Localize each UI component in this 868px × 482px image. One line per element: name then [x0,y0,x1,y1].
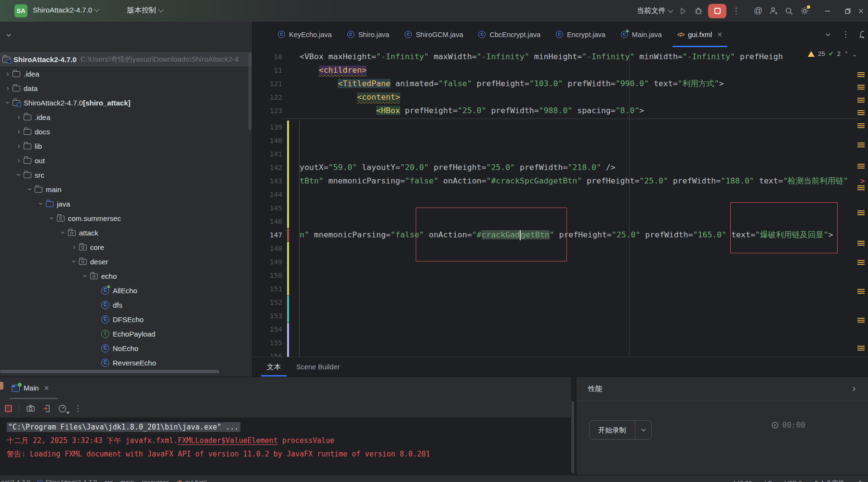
project-selector[interactable]: ShiroAttack2-4.7.0 [30,4,102,16]
tree-item-dfsecho[interactable]: CDFSEcho [0,312,252,326]
tree-chevron-icon[interactable]: › [81,271,90,281]
tree-item-com-summersec[interactable]: ›com.summersec [0,211,252,225]
tree-item-root[interactable]: ShiroAttack2-4.7.0C:\Users\奇怪的yasuo\Down… [0,52,252,66]
tree-item-docs[interactable]: ›docs [0,124,252,139]
code-line[interactable]: 155 [252,336,868,350]
code-line[interactable]: 153 [252,309,868,323]
tree-item-src[interactable]: ›src [0,168,252,182]
tree-item--idea[interactable]: ›.idea [0,110,252,124]
tree-item-noecho[interactable]: CNoEcho [0,341,252,355]
code-line[interactable]: 122 <content> [252,91,868,104]
code-line[interactable]: 121 <TitledPane animated="false" prefHei… [252,77,868,91]
tree-chevron-icon[interactable]: › [26,184,34,194]
editor-tab-cbcencrypt-java[interactable]: CCbcEncrypt.java [471,22,548,47]
code-area[interactable]: 10<VBox maxHeight="-Infinity" maxWidth="… [252,47,868,357]
caret-position[interactable]: 147:99 [733,480,752,482]
stop-button[interactable] [708,4,726,18]
tree-chevron-icon[interactable]: › [3,69,13,78]
tree-item-echo[interactable]: ›echo [0,269,252,283]
breadcrumb[interactable]: ack2-4.7.0›ShiroAttack2-4.7.0›src›main›r… [1,479,207,482]
prev-issue-icon[interactable]: ⌃ [844,51,849,57]
project-pane-chevron-icon[interactable] [6,32,12,38]
indent-setting[interactable]: ¶ 4 个空格 [815,479,844,482]
code-line[interactable]: 123 <HBox prefHeight="25.0" prefWidth="9… [252,104,868,117]
tree-item-data[interactable]: ›data [0,81,252,95]
tree-chevron-icon[interactable]: › [70,257,79,266]
run-icon[interactable] [675,3,691,19]
code-line[interactable]: 152 [252,296,868,309]
tree-item-lib[interactable]: ›lib [0,139,252,153]
tree-item-shiroattack2-4-7-0[interactable]: ›ShiroAttack2-4.7.0 [shiro_attack] [0,95,252,110]
tree-chevron-icon[interactable]: › [14,113,24,121]
tree-hscrollbar[interactable] [0,370,219,373]
next-issue-icon[interactable]: ⌃ [852,51,857,57]
export-icon[interactable] [42,404,51,413]
tree-chevron-icon[interactable]: › [69,243,79,251]
run-config-selector[interactable]: 当前文件 [634,4,675,17]
tree-chevron-icon[interactable]: › [37,199,45,208]
view-tab-text[interactable]: 文本 [259,357,289,377]
tree-chevron-icon[interactable]: › [59,228,67,237]
tree-chevron-icon[interactable]: › [3,98,12,107]
console-output[interactable]: "C:\Program Files\Java\jdk1.8.0_201\bin\… [0,417,571,480]
editor-tab-main-java[interactable]: CMain.java [613,22,670,47]
code-line[interactable]: 139 [252,120,868,134]
chevron-down-icon[interactable] [635,420,651,440]
tree-chevron-icon[interactable]: › [48,213,56,223]
breadcrumb-item[interactable]: ShiroAttack2-4.7.0 [45,479,97,482]
tree-item-core[interactable]: ›core [0,240,252,254]
bell-icon[interactable] [858,30,864,39]
tree-item--idea[interactable]: ›.idea [0,66,252,81]
more-icon[interactable]: ⋮ [74,404,82,414]
breadcrumb-item[interactable]: main [120,479,134,482]
code-line[interactable]: 10<VBox maxHeight="-Infinity" maxWidth="… [252,50,868,64]
code-line[interactable]: 154 [252,323,868,336]
code-line[interactable]: 144 [252,188,868,201]
tree-item-attack[interactable]: ›attack [0,225,252,240]
stop-icon[interactable] [5,405,12,412]
minimize-icon[interactable] [820,3,835,19]
breadcrumb-item[interactable]: ack2-4.7.0 [1,479,30,482]
code-line[interactable]: 143tBtn" mnemonicParsing="false" onActio… [252,174,868,188]
tree-chevron-icon[interactable]: › [14,142,24,150]
tree-item-out[interactable]: ›out [0,153,252,168]
breadcrumb-item[interactable]: gui.fxml [185,479,207,482]
encoding[interactable]: UTF-8 [784,480,802,482]
chevron-right-icon[interactable] [851,386,857,392]
tree-item-echopayload[interactable]: IEchoPayload [0,326,252,341]
tree-item-dfs[interactable]: Cdfs [0,298,252,312]
run-tab-main[interactable]: Main ✕ [12,377,49,399]
tree-item-java[interactable]: ›java [0,196,252,211]
debug-icon[interactable] [691,3,706,19]
tree-item-deser[interactable]: ›deser [0,254,252,269]
editor-tab-shirogcm-java[interactable]: CShiroGCM.java [397,22,471,47]
tree-chevron-icon[interactable]: › [3,84,13,92]
settings-icon[interactable] [797,3,812,19]
restore-icon[interactable] [840,3,855,19]
editor-tab-gui-fxml[interactable]: </>gui.fxml✕ [670,22,730,47]
tree-chevron-icon[interactable]: › [14,170,23,180]
line-ending[interactable]: LF [764,480,772,482]
editor-tab-shiro-java[interactable]: CShiro.java [340,22,397,47]
tree-vscrollbar[interactable] [249,53,251,130]
add-user-icon[interactable] [766,3,781,19]
ai-assistant-icon[interactable]: @ [750,3,766,19]
console-vscrollbar[interactable] [571,401,574,473]
inspections-widget[interactable]: 25 ✔ 2 ⌃ ⌃ [808,50,857,57]
search-icon[interactable] [781,3,797,19]
breadcrumb-item[interactable]: resources [142,479,169,482]
close-icon[interactable] [858,3,868,19]
lock-icon[interactable] [857,480,863,482]
code-line[interactable]: 151 [252,282,868,296]
tree-item-reverseecho[interactable]: CReverseEcho [0,355,252,370]
tree-chevron-icon[interactable]: › [14,127,24,136]
close-icon[interactable]: ✕ [717,31,723,39]
camera-icon[interactable] [26,404,35,413]
vcs-selector[interactable]: 版本控制 [124,4,166,17]
code-line[interactable]: 150 [252,269,868,282]
editor-tab-encrypt-java[interactable]: CEncrypt.java [548,22,613,47]
code-line[interactable]: 11 <children> [252,64,868,77]
code-line[interactable]: 141 [252,147,868,161]
gauge-icon[interactable] [58,404,67,413]
hidden-tabs-chevron-icon[interactable] [825,32,831,38]
